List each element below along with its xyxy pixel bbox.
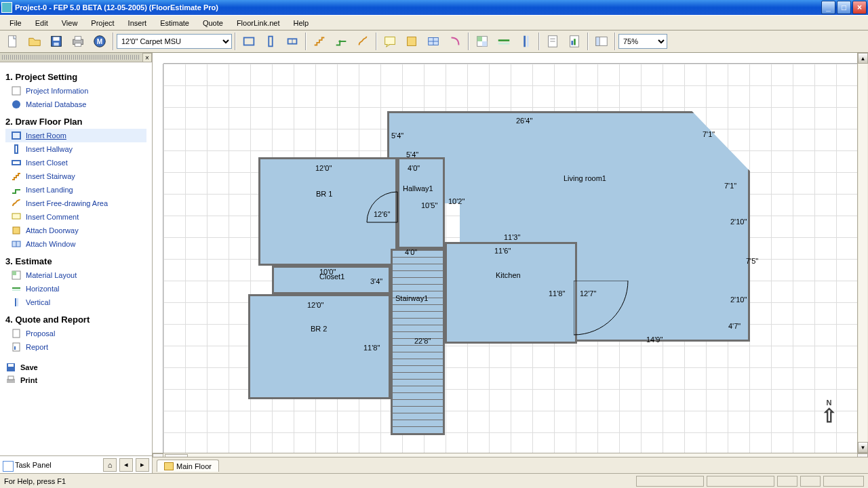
dim-40b: 4'0" (405, 248, 417, 256)
menu-floorlink[interactable]: FloorLink.net (230, 17, 287, 29)
material-layout-button[interactable] (472, 32, 492, 51)
minimize-button[interactable]: _ (821, 1, 835, 14)
label-br1: BR 1 (316, 190, 332, 198)
close-button[interactable]: × (852, 1, 867, 14)
item-material-layout[interactable]: Material Layout (5, 268, 146, 282)
item-attach-window[interactable]: Attach Window (5, 237, 146, 251)
item-save[interactable]: Save (5, 362, 146, 373)
item-horizontal[interactable]: Horizontal (5, 282, 146, 296)
task-panel-close[interactable]: × (142, 53, 152, 62)
item-insert-comment[interactable]: Insert Comment (5, 210, 146, 224)
svg-rect-9 (244, 38, 254, 45)
vertical-layout-button[interactable] (515, 32, 536, 51)
dim-126: 12'6" (374, 210, 390, 218)
vertical-scrollbar[interactable]: ▲ ▼ (857, 53, 868, 453)
svg-rect-47 (15, 298, 16, 306)
new-button[interactable] (3, 32, 23, 51)
group-estimate: 3. Estimate (5, 256, 146, 266)
drawing-area[interactable]: Living room1 Hallway1 BR 1 Closet1 Stair… (153, 53, 868, 473)
open-button[interactable] (24, 32, 45, 51)
doorway-tool-button[interactable] (401, 32, 422, 51)
compass-icon: N ⇧ (821, 399, 837, 426)
svg-rect-23 (498, 43, 510, 45)
svg-rect-33 (596, 37, 600, 46)
item-insert-room[interactable]: Insert Room (5, 129, 146, 142)
item-attach-doorway[interactable]: Attach Doorway (5, 224, 146, 237)
print-button[interactable] (68, 32, 88, 51)
comment-tool-button[interactable] (380, 32, 400, 51)
dim-118b: 11'8" (363, 344, 380, 352)
task-panel-fwd[interactable]: ▸ (136, 458, 149, 472)
group-draw-floor-plan: 2. Draw Floor Plan (5, 117, 146, 127)
svg-rect-46 (12, 289, 20, 291)
zoom-select[interactable]: 75% (618, 34, 667, 49)
svg-rect-5 (75, 37, 81, 41)
window-tool-button[interactable] (423, 32, 443, 51)
dim-120b: 12'0" (307, 301, 323, 309)
svg-rect-39 (12, 214, 20, 219)
item-insert-stairway[interactable]: Insert Stairway (5, 169, 146, 183)
task-panel: × 1. Project Setting Project Information… (0, 53, 153, 473)
menu-estimate[interactable]: Estimate (153, 17, 196, 29)
menu-insert[interactable]: Insert (121, 17, 154, 29)
menu-file[interactable]: File (3, 17, 28, 29)
menu-project[interactable]: Project (84, 17, 121, 29)
item-proposal[interactable]: Proposal (5, 327, 146, 340)
dim-100: 10'0" (319, 268, 336, 276)
item-material-database[interactable]: Material Database (5, 98, 146, 111)
floor-tab-main[interactable]: Main Floor (157, 460, 219, 472)
ruler-vertical (153, 64, 163, 453)
svg-rect-38 (12, 161, 20, 165)
item-insert-freedraw[interactable]: Insert Free-drawing Area (5, 197, 146, 210)
room-tool-button[interactable] (239, 32, 259, 51)
group-quote-report: 4. Quote and Report (5, 314, 146, 325)
svg-rect-37 (15, 145, 18, 153)
task-panel-back[interactable]: ◂ (119, 458, 133, 472)
attach-opening-button[interactable] (445, 32, 465, 51)
label-kitchen: Kitchen (496, 271, 521, 279)
label-br2: BR 2 (311, 325, 327, 333)
item-report[interactable]: Report (5, 340, 146, 354)
item-print[interactable]: Print (5, 375, 146, 386)
item-insert-landing[interactable]: Insert Landing (5, 183, 146, 197)
view-mode-button[interactable] (591, 32, 612, 51)
menu-help[interactable]: Help (286, 17, 315, 29)
closet-tool-button[interactable] (282, 32, 302, 51)
ruler-horizontal (163, 53, 857, 64)
menu-quote[interactable]: Quote (196, 17, 230, 29)
svg-rect-49 (13, 329, 20, 338)
titlebar: Project-0 - FEP 5.0 BETA (12-05-2005) (F… (0, 0, 868, 15)
dim-113: 11'3" (504, 233, 520, 241)
svg-rect-15 (408, 37, 416, 46)
item-insert-hallway[interactable]: Insert Hallway (5, 142, 146, 156)
horizontal-layout-button[interactable] (494, 32, 514, 51)
svg-rect-45 (12, 287, 20, 289)
door-br1[interactable] (363, 188, 401, 226)
stairway-tool-button[interactable] (309, 32, 330, 51)
menu-view[interactable]: View (55, 17, 85, 29)
landing-tool-button[interactable] (331, 32, 351, 51)
app-icon (1, 2, 12, 13)
dim-102: 10'2" (448, 197, 465, 205)
material-select[interactable]: 12'0" Carpet MSU (117, 34, 232, 49)
task-panel-home[interactable]: ⌂ (103, 458, 117, 472)
svg-rect-31 (574, 39, 576, 45)
freedraw-tool-button[interactable] (353, 32, 373, 51)
item-insert-closet[interactable]: Insert Closet (5, 156, 146, 169)
svg-rect-25 (527, 36, 529, 47)
hallway-tool-button[interactable] (260, 32, 281, 51)
maximize-button[interactable]: □ (837, 1, 851, 14)
report-button[interactable] (564, 32, 585, 51)
material-db-button[interactable]: M (90, 32, 110, 51)
dim-40a: 4'0" (408, 164, 420, 172)
dim-210b: 2'10" (730, 296, 747, 304)
menu-edit[interactable]: Edit (28, 17, 55, 29)
item-project-information[interactable]: Project Information (5, 84, 146, 98)
window-title: Project-0 - FEP 5.0 BETA (12-05-2005) (F… (15, 3, 821, 12)
save-button[interactable] (46, 32, 66, 51)
task-panel-grip[interactable] (2, 55, 140, 60)
proposal-button[interactable] (542, 32, 563, 51)
item-vertical[interactable]: Vertical (5, 296, 146, 309)
dim-47: 4'7" (728, 322, 741, 330)
svg-rect-40 (13, 227, 20, 234)
